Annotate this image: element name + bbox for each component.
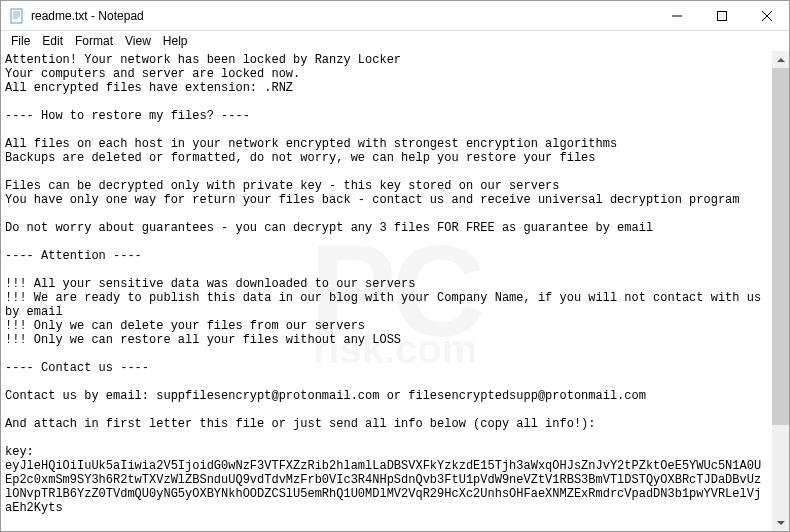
svg-marker-10 [777,521,785,525]
chevron-down-icon [777,521,785,525]
scrollbar-track[interactable] [772,68,789,514]
menu-edit[interactable]: Edit [36,32,69,50]
menu-view[interactable]: View [119,32,157,50]
scroll-down-button[interactable] [772,514,789,531]
titlebar: readme.txt - Notepad [1,1,789,31]
notepad-window: readme.txt - Notepad File Edit Format Vi… [0,0,790,532]
close-button[interactable] [744,1,789,30]
svg-marker-9 [777,58,785,62]
svg-rect-6 [717,11,726,20]
minimize-icon [672,11,682,21]
chevron-up-icon [777,58,785,62]
vertical-scrollbar[interactable] [772,51,789,531]
menu-format[interactable]: Format [69,32,119,50]
menu-help[interactable]: Help [157,32,194,50]
menubar: File Edit Format View Help [1,31,789,51]
close-icon [762,11,772,21]
minimize-button[interactable] [654,1,699,30]
window-controls [654,1,789,30]
content-wrapper: PC risk.com Attention! Your network has … [1,51,789,531]
notepad-icon [9,8,25,24]
text-content[interactable]: Attention! Your network has been locked … [1,51,772,531]
maximize-icon [717,11,727,21]
scroll-up-button[interactable] [772,51,789,68]
window-title: readme.txt - Notepad [31,9,654,23]
menu-file[interactable]: File [5,32,36,50]
scrollbar-thumb[interactable] [772,68,789,425]
maximize-button[interactable] [699,1,744,30]
